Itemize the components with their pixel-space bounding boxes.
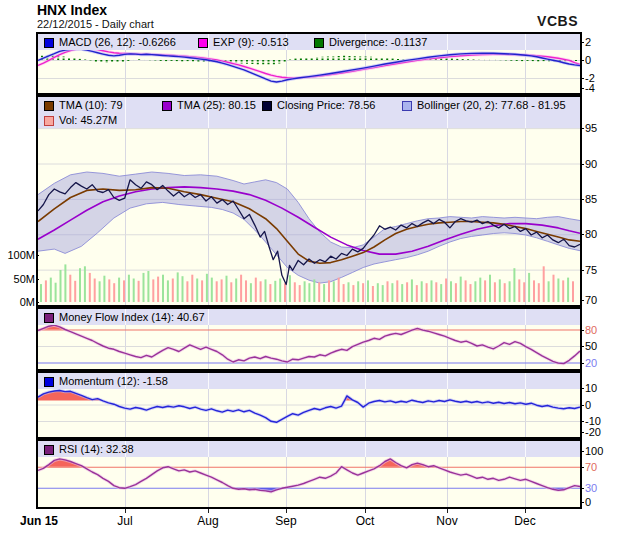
legend-column-divider	[286, 373, 287, 389]
y-axis-label: 70	[585, 295, 597, 306]
legend-column-divider	[365, 309, 366, 325]
legend-item-exp: EXP (9): -0.513	[198, 36, 289, 49]
volume-bar	[211, 278, 213, 302]
volume-bar	[265, 279, 267, 302]
x-axis-tick	[525, 509, 526, 513]
volume-bar	[572, 281, 574, 302]
momentum-line	[38, 391, 580, 423]
volume-bar	[470, 284, 472, 302]
legend-item-bollinger: Bollinger (20, 2): 77.68 - 81.95	[402, 99, 566, 112]
volume-bar	[348, 282, 350, 302]
legend-column-divider	[447, 441, 448, 457]
volume-bar	[245, 280, 247, 302]
volume-bar	[455, 283, 457, 302]
momentum-swatch-icon	[44, 377, 54, 387]
volume-bar	[445, 279, 447, 303]
volume-bar	[533, 280, 535, 302]
legend-column-divider	[286, 441, 287, 457]
volume-bar	[435, 282, 437, 302]
macd-panel[interactable]: MACD (26, 12): -0.6266 EXP (9): -0.513 D…	[36, 32, 582, 95]
volume-bar	[377, 283, 379, 302]
volume-bar	[484, 280, 486, 302]
chart-subtitle: 22/12/2015 - Daily chart	[37, 18, 154, 30]
momentum-panel[interactable]: Momentum (12): -1.58 100-10-20	[36, 371, 582, 439]
volume-bar	[382, 285, 384, 302]
volume-bar	[299, 285, 301, 302]
y-axis-label: 0	[585, 55, 591, 66]
rsi-panel[interactable]: RSI (14): 32.38 10070300	[36, 439, 582, 509]
price-plot[interactable]	[38, 97, 580, 305]
volume-bar	[123, 280, 125, 302]
volume-bar	[84, 266, 86, 302]
x-axis-tick	[447, 509, 448, 513]
volume-bar	[343, 284, 345, 302]
x-axis-tick	[125, 509, 126, 513]
rsi-line	[38, 459, 580, 492]
volume-bar	[55, 283, 57, 302]
x-axis-tick	[365, 509, 366, 513]
legend-column-divider	[208, 373, 209, 389]
y-axis-label: 75	[585, 265, 597, 276]
y-axis-label: 0	[585, 497, 591, 508]
y-axis-label: -20	[585, 427, 601, 438]
volume-bar	[362, 283, 364, 302]
macd-legend: MACD (26, 12): -0.6266 EXP (9): -0.513 D…	[38, 34, 580, 50]
mfi-swatch-icon	[44, 313, 54, 323]
volume-bar	[216, 281, 218, 302]
volume-bar	[513, 268, 515, 302]
mfi-legend: Money Flow Index (14): 40.67	[38, 309, 580, 325]
mfi-above-fill	[38, 325, 580, 329]
volume-bar	[138, 281, 140, 302]
volume-bar	[69, 275, 71, 302]
volume-bar	[45, 280, 47, 302]
volume-bar	[543, 266, 545, 302]
momentum-legend: Momentum (12): -1.58	[38, 373, 580, 389]
volume-bar	[396, 280, 398, 302]
volume-bar	[450, 281, 452, 302]
mfi-halo	[38, 325, 580, 364]
legend-column-divider	[286, 309, 287, 325]
x-axis-label: Jul	[117, 514, 132, 528]
legend-column-divider	[525, 441, 526, 457]
volume-swatch-icon	[44, 116, 54, 126]
volume-bar	[387, 281, 389, 302]
volume-bar	[431, 280, 433, 302]
volume-bar	[240, 275, 242, 302]
volume-bar	[352, 285, 354, 302]
y-axis-label: 10	[585, 383, 597, 394]
closing-price-swatch-icon	[262, 101, 272, 111]
volume-bar	[416, 285, 418, 302]
legend-column-divider	[447, 373, 448, 389]
volume-bar	[206, 274, 208, 302]
legend-item-tma25: TMA (25): 80.15	[162, 99, 256, 112]
volume-bar	[567, 278, 569, 302]
legend-item-volume: Vol: 45.27M	[44, 114, 117, 127]
rsi-legend: RSI (14): 32.38	[38, 441, 580, 457]
volume-bar	[40, 284, 42, 302]
volume-bar	[143, 273, 145, 302]
volume-bar	[479, 278, 481, 302]
y-axis-label: 80	[585, 229, 597, 240]
legend-label: EXP (9): -0.513	[213, 36, 289, 49]
momentum-above-fill	[38, 391, 580, 401]
volume-bar	[284, 283, 286, 302]
volume-bar	[74, 281, 76, 302]
volume-bar	[230, 282, 232, 302]
legend-label: MACD (26, 12): -0.6266	[59, 36, 176, 49]
volume-bar	[269, 284, 271, 302]
legend-label: TMA (25): 80.15	[177, 99, 256, 112]
volume-bar	[64, 264, 66, 302]
bollinger-swatch-icon	[402, 101, 412, 111]
volume-bar	[99, 281, 101, 302]
legend-column-divider	[525, 373, 526, 389]
volume-bar	[518, 279, 520, 302]
legend-item-mfi: Money Flow Index (14): 40.67	[44, 311, 205, 324]
price-panel[interactable]: TMA (10): 79 TMA (25): 80.15 Closing Pri…	[36, 95, 582, 307]
legend-label: TMA (10): 79	[59, 99, 123, 112]
volume-bar	[489, 275, 491, 302]
volume-bar	[260, 281, 262, 302]
volume-bar	[186, 281, 188, 302]
x-axis-start-label: Jun 15	[20, 514, 58, 528]
volume-bar	[406, 282, 408, 302]
mfi-panel[interactable]: Money Flow Index (14): 40.67 805020	[36, 307, 582, 371]
